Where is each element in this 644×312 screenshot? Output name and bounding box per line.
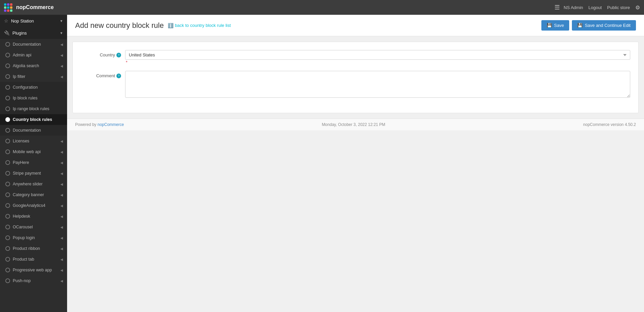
- sidebar-item-label-admin-api: Admin api: [13, 53, 32, 57]
- sidebar-item-payhere[interactable]: PayHere◀: [0, 157, 67, 168]
- sidebar-item-anywhere-slider[interactable]: Anywhere slider◀: [0, 179, 67, 189]
- sidebar-item-product-ribbon[interactable]: Product ribbon◀: [0, 243, 67, 254]
- chevron-icon-ocarousel: ◀: [60, 225, 63, 229]
- sidebar-item-left-product-ribbon: Product ribbon: [5, 246, 40, 251]
- circle-icon-licenses: [5, 139, 10, 143]
- sidebar-item-helpdesk[interactable]: Helpdesk◀: [0, 211, 67, 222]
- chevron-icon-admin-api: ◀: [60, 53, 63, 57]
- plugins-label: Plugins: [12, 31, 27, 36]
- sidebar-item-left-category-banner: Category banner: [5, 192, 44, 197]
- chevron-icon-progressive-web-app: ◀: [60, 268, 63, 272]
- chevron-icon-documentation-1: ◀: [60, 43, 63, 46]
- layout: ☆ Nop Station ▼ 🔌 Plugins ▼ Documentatio…: [0, 15, 644, 312]
- sidebar-item-left-ocarousel: OCarousel: [5, 225, 33, 229]
- sidebar-item-label-documentation-1: Documentation: [13, 42, 41, 47]
- chevron-icon-product-ribbon: ◀: [60, 247, 63, 251]
- sidebar-item-progressive-web-app[interactable]: Progressive web app◀: [0, 265, 67, 275]
- sidebar-item-category-banner[interactable]: Category banner◀: [0, 189, 67, 200]
- comment-textarea[interactable]: [125, 71, 630, 98]
- circle-icon-product-tab: [5, 257, 10, 262]
- title-area: Add new country block rule ℹ️ back to co…: [75, 21, 231, 30]
- sidebar-header-plugins[interactable]: 🔌 Plugins ▼: [0, 27, 67, 39]
- save-continue-icon: 💾: [577, 23, 583, 28]
- sidebar-item-ip-filter[interactable]: Ip filter◀: [0, 71, 67, 82]
- sidebar-item-ocarousel[interactable]: OCarousel◀: [0, 222, 67, 232]
- country-help-icon[interactable]: ?: [116, 53, 121, 57]
- sidebar-item-product-tab[interactable]: Product tab◀: [0, 254, 67, 265]
- circle-icon-helpdesk: [5, 214, 10, 219]
- brand-logo: [4, 3, 13, 12]
- sidebar-item-label-category-banner: Category banner: [13, 192, 44, 197]
- country-row: Country ? United StatesUnited KingdomCan…: [81, 50, 630, 65]
- sidebar-item-algolia-search[interactable]: Algolia search◀: [0, 60, 67, 71]
- sidebar-item-label-ip-range-block-rules: Ip range block rules: [13, 106, 49, 111]
- circle-icon-category-banner: [5, 192, 10, 197]
- save-continue-button[interactable]: 💾 Save and Continue Edit: [572, 20, 636, 31]
- chevron-icon-stripe-payment: ◀: [60, 172, 63, 175]
- sidebar-item-left-stripe-payment: Stripe payment: [5, 171, 41, 176]
- footer-version: nopCommerce version 4.50.2: [583, 122, 636, 127]
- sidebar-item-label-helpdesk: Helpdesk: [13, 214, 30, 219]
- save-label: Save: [554, 23, 564, 28]
- chevron-icon-licenses: ◀: [60, 139, 63, 143]
- sidebar-item-popup-login[interactable]: Popup login◀: [0, 232, 67, 243]
- sidebar-item-label-mobile-web-api: Mobile web api: [13, 149, 41, 154]
- sidebar-item-left-payhere: PayHere: [5, 160, 29, 165]
- circle-icon-documentation-1: [5, 42, 10, 47]
- nopcommerce-link[interactable]: nopCommerce: [98, 122, 124, 127]
- circle-icon-push-nop: [5, 278, 10, 283]
- chevron-icon-push-nop: ◀: [60, 279, 63, 283]
- sidebar-item-left-mobile-web-api: Mobile web api: [5, 149, 41, 154]
- brand-name: nopCommerce: [16, 4, 54, 10]
- ns-admin-link[interactable]: NS Admin: [564, 5, 583, 10]
- sidebar-item-ip-block-rules[interactable]: Ip block rules: [0, 93, 67, 103]
- hamburger-button[interactable]: ☰: [550, 2, 564, 12]
- back-to-list-link[interactable]: ℹ️ back to country block rule list: [168, 23, 231, 28]
- nop-station-chevron: ▼: [60, 19, 63, 23]
- sidebar-item-googleanalytics4[interactable]: GoogleAnalytics4◀: [0, 200, 67, 211]
- plug-icon: 🔌: [4, 30, 10, 36]
- comment-help-icon[interactable]: ?: [116, 74, 121, 78]
- sidebar-item-left-googleanalytics4: GoogleAnalytics4: [5, 203, 45, 208]
- sidebar-item-country-block-rules[interactable]: Country block rules: [0, 114, 67, 125]
- circle-icon-stripe-payment: [5, 171, 10, 176]
- logout-link[interactable]: Logout: [588, 5, 602, 10]
- sidebar-item-documentation-2[interactable]: Documentation: [0, 125, 67, 136]
- chevron-icon-mobile-web-api: ◀: [60, 150, 63, 154]
- sidebar-header-nop-station[interactable]: ☆ Nop Station ▼: [0, 15, 67, 27]
- country-control-wrap: United StatesUnited KingdomCanadaAustral…: [125, 50, 630, 65]
- sidebar-item-left-admin-api: Admin api: [5, 53, 32, 57]
- sidebar-item-stripe-payment[interactable]: Stripe payment◀: [0, 168, 67, 179]
- sidebar-item-configuration[interactable]: Configuration: [0, 82, 67, 93]
- circle-icon-ocarousel: [5, 225, 10, 229]
- sidebar-item-label-progressive-web-app: Progressive web app: [13, 268, 52, 272]
- sidebar-item-label-popup-login: Popup login: [13, 235, 35, 240]
- country-required-star: *: [126, 60, 127, 65]
- chevron-icon-payhere: ◀: [60, 161, 63, 165]
- sidebar-item-push-nop[interactable]: Push-nop◀: [0, 275, 67, 286]
- circle-icon-popup-login: [5, 235, 10, 240]
- sidebar-item-documentation-1[interactable]: Documentation◀: [0, 39, 67, 50]
- circle-icon-ip-range-block-rules: [5, 106, 10, 111]
- save-button[interactable]: 💾 Save: [541, 20, 570, 31]
- page-header: Add new country block rule ℹ️ back to co…: [67, 15, 644, 36]
- chevron-icon-anywhere-slider: ◀: [60, 182, 63, 186]
- sidebar-item-label-googleanalytics4: GoogleAnalytics4: [13, 203, 45, 208]
- circle-icon-documentation-2: [5, 128, 10, 133]
- back-link-text: back to country block rule list: [175, 23, 231, 28]
- sidebar-item-admin-api[interactable]: Admin api◀: [0, 50, 67, 60]
- public-store-link[interactable]: Public store: [607, 5, 630, 10]
- circle-icon-mobile-web-api: [5, 149, 10, 154]
- settings-icon[interactable]: ⚙: [635, 4, 640, 11]
- sidebar-item-ip-range-block-rules[interactable]: Ip range block rules: [0, 103, 67, 114]
- sidebar-item-mobile-web-api[interactable]: Mobile web api◀: [0, 146, 67, 157]
- sidebar-item-label-product-ribbon: Product ribbon: [13, 246, 40, 251]
- circle-icon-ip-filter: [5, 74, 10, 79]
- save-continue-label: Save and Continue Edit: [585, 23, 631, 28]
- form-panel: Country ? United StatesUnited KingdomCan…: [72, 42, 639, 113]
- circle-icon-product-ribbon: [5, 246, 10, 251]
- sidebar-item-label-stripe-payment: Stripe payment: [13, 171, 41, 176]
- country-select[interactable]: United StatesUnited KingdomCanadaAustral…: [125, 50, 630, 60]
- sidebar-item-licenses[interactable]: Licenses◀: [0, 136, 67, 146]
- main-content: Add new country block rule ℹ️ back to co…: [67, 15, 644, 312]
